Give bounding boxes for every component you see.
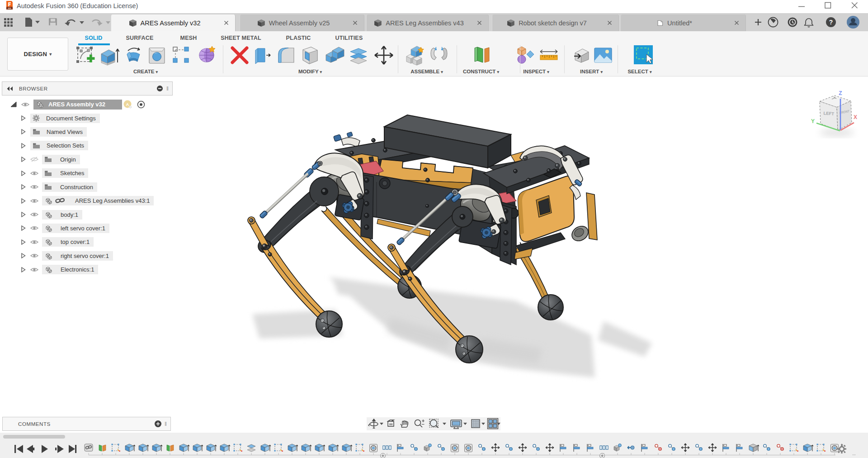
svg-text:Y: Y: [811, 118, 815, 124]
svg-text:X: X: [854, 114, 857, 120]
svg-text:LEFT: LEFT: [823, 110, 835, 116]
svg-text:Z: Z: [839, 90, 842, 96]
svg-text:?: ?: [829, 19, 833, 26]
